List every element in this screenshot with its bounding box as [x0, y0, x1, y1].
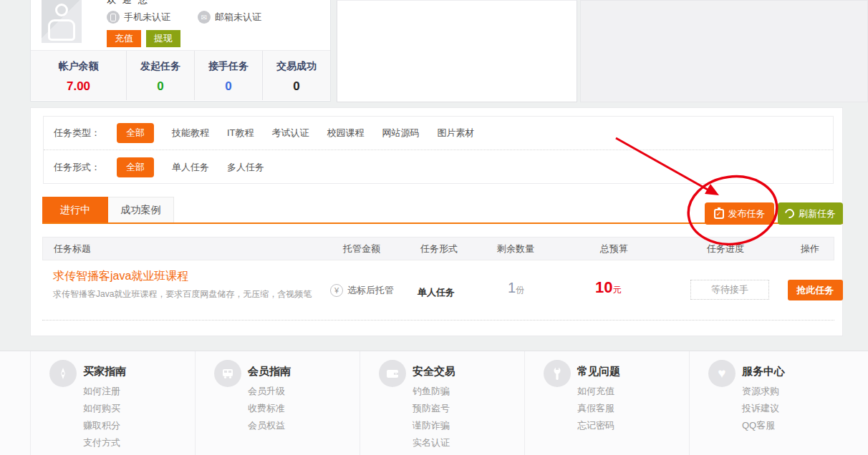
footer-link[interactable]: 赚取积分: [83, 417, 120, 434]
waiting-for-taker-badge: 等待接手: [690, 280, 769, 300]
publish-task-button[interactable]: ✓ 发布任务: [705, 202, 774, 225]
footer-link[interactable]: 如何购买: [83, 400, 120, 417]
stat-published-tasks: 发起任务 0: [126, 51, 194, 100]
tab-bar: 进行中 成功案例: [42, 197, 174, 224]
footer-link[interactable]: 如何充值: [577, 383, 614, 400]
account-stats: 帐户余额 7.00 发起任务 0 接手任务 0 交易成功 0: [31, 50, 330, 100]
filter-type-option[interactable]: 校园课程: [327, 127, 365, 140]
balance-value: 7.00: [31, 79, 126, 94]
footer-link[interactable]: 如何注册: [83, 383, 120, 400]
heart-icon: ♥: [708, 360, 736, 387]
task-type-label: 任务类型：: [54, 127, 117, 140]
tab-in-progress[interactable]: 进行中: [42, 197, 108, 224]
footer-col-secure-trade: 安全交易 钓鱼防骗 预防盗号 谨防诈骗 实名认证: [360, 351, 524, 455]
footer-link[interactable]: 会员升级: [248, 383, 285, 400]
empty-white-panel: [337, 0, 577, 102]
footer: 买家指南 如何注册 如何购买 赚取积分 支付方式 会员指南 会员升级 收费标准 …: [0, 351, 868, 455]
col-operation: 操作: [801, 238, 819, 260]
stat-balance: 帐户余额 7.00: [31, 51, 126, 100]
filter-type-option[interactable]: IT教程: [227, 127, 254, 140]
wrench-icon: [544, 360, 571, 387]
footer-link[interactable]: 收费标准: [248, 400, 285, 417]
footer-link[interactable]: 谨防诈骗: [413, 417, 450, 434]
filter-type-option[interactable]: 图片素材: [438, 127, 475, 140]
footer-link[interactable]: 会员权益: [248, 417, 285, 434]
phone-icon: [107, 11, 120, 24]
filter-form-option[interactable]: 单人任务: [172, 161, 209, 174]
footer-col-member-guide: 会员指南 会员升级 收费标准 会员权益: [195, 351, 360, 455]
filter-type-option[interactable]: 考试认证: [272, 127, 309, 140]
task-form-label: 任务形式：: [54, 161, 117, 174]
task-form-cell: 单人任务: [418, 286, 455, 299]
user-panel: 欢迎您 手机未认证 ✉ 邮箱未认证 充值 提现 帐户余额 7.00 发起任务 0…: [30, 0, 331, 102]
filter-type-option[interactable]: 技能教程: [172, 127, 209, 140]
col-task-title: 任务标题: [54, 238, 91, 260]
task-list-panel: 任务类型： 全部 技能教程 IT教程 考试认证 校园课程 网站源码 图片素材 任…: [30, 107, 843, 336]
col-remaining: 剩余数量: [497, 238, 534, 260]
recharge-button[interactable]: 充值: [107, 30, 141, 47]
budget-cell: 10元: [595, 278, 621, 297]
footer-col-buyer-guide: 买家指南 如何注册 如何购买 赚取积分 支付方式: [30, 351, 195, 455]
mail-icon: ✉: [198, 11, 211, 24]
remaining-cell: 1份: [508, 280, 524, 296]
footer-link[interactable]: 实名认证: [413, 434, 450, 451]
footer-link[interactable]: QQ客服: [742, 417, 779, 434]
task-description: 求传智播客Java就业班课程，要求百度网盘储存，无压缩，含视频笔: [53, 288, 332, 301]
avatar[interactable]: [42, 0, 82, 43]
col-budget: 总预算: [600, 238, 628, 260]
refresh-icon: [783, 207, 796, 220]
col-task-form: 任务形式: [420, 238, 458, 260]
empty-gray-panel: [580, 0, 868, 102]
footer-col-service-center: ♥ 服务中心 资源求购 投诉建议 QQ客服: [689, 351, 854, 455]
filter-type-option[interactable]: 网站源码: [382, 127, 420, 140]
yuan-icon: ¥: [330, 284, 343, 297]
footer-link[interactable]: 预防盗号: [413, 400, 450, 417]
phone-status[interactable]: 手机未认证: [124, 11, 170, 24]
footer-link[interactable]: 忘记密码: [577, 417, 614, 434]
tab-success-cases[interactable]: 成功案例: [108, 197, 174, 224]
avatar-person-icon: [55, 4, 68, 16]
footer-link[interactable]: 钓鱼防骗: [413, 383, 450, 400]
row-separator: [42, 320, 834, 321]
footer-link[interactable]: 资源求购: [742, 383, 779, 400]
email-status[interactable]: 邮箱未认证: [215, 11, 261, 24]
refresh-task-button[interactable]: 刷新任务: [778, 202, 843, 225]
compass-icon: [49, 360, 77, 387]
table-header: 任务标题 托管金额 任务形式 剩余数量 总预算 任务进度 操作: [42, 237, 834, 260]
footer-col-faq: 常见问题 如何充值 真假客服 忘记密码: [524, 351, 689, 455]
money-row: 充值 提现: [107, 30, 180, 47]
filter-row-form: 任务形式： 全部 单人任务 多人任务: [44, 150, 833, 184]
stat-accepted-tasks: 接手任务 0: [194, 51, 262, 100]
col-escrow-amount: 托管金额: [343, 238, 380, 260]
escrow-cell: ¥ 选标后托管: [330, 284, 394, 297]
footer-link[interactable]: 真假客服: [577, 400, 614, 417]
withdraw-button[interactable]: 提现: [146, 30, 180, 47]
col-progress: 任务进度: [707, 238, 744, 260]
grab-task-button[interactable]: 抢此任务: [788, 280, 843, 300]
footer-link[interactable]: 支付方式: [83, 434, 120, 451]
page: 欢迎您 手机未认证 ✉ 邮箱未认证 充值 提现 帐户余额 7.00 发起任务 0…: [0, 0, 868, 455]
verify-row: 手机未认证 ✉ 邮箱未认证: [107, 11, 261, 24]
clipboard-check-icon: ✓: [714, 209, 724, 219]
truck-icon: [214, 360, 241, 387]
task-type-all-pill[interactable]: 全部: [117, 123, 154, 143]
filter-box: 任务类型： 全部 技能教程 IT教程 考试认证 校园课程 网站源码 图片素材 任…: [43, 116, 834, 184]
task-title-link[interactable]: 求传智播客java就业班课程: [53, 269, 188, 284]
task-form-all-pill[interactable]: 全部: [117, 157, 154, 177]
welcome-text-clipped: 欢迎您: [107, 0, 154, 6]
footer-link[interactable]: 投诉建议: [742, 400, 779, 417]
stat-success-trades: 交易成功 0: [262, 51, 330, 100]
filter-form-option[interactable]: 多人任务: [227, 161, 264, 174]
wallet-icon: [379, 360, 406, 387]
filter-row-type: 任务类型： 全部 技能教程 IT教程 考试认证 校园课程 网站源码 图片素材: [44, 117, 833, 150]
